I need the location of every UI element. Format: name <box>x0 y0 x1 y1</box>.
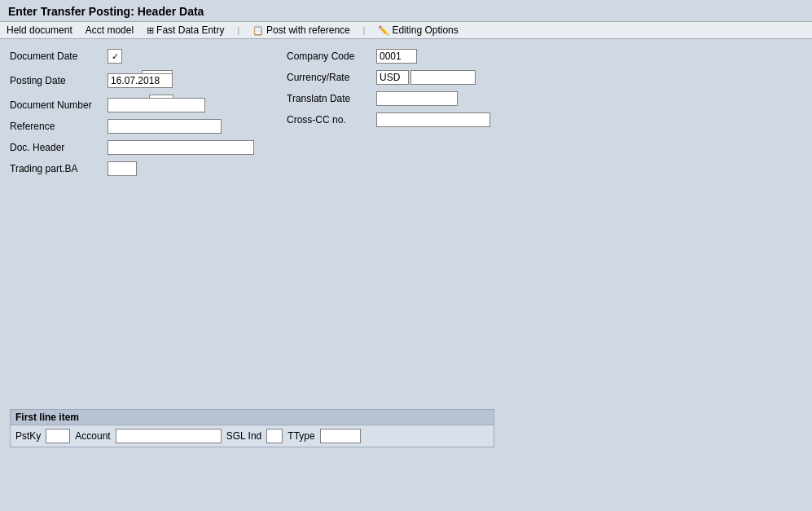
sgl-ind-input[interactable] <box>266 429 283 443</box>
toolbar-editing-options[interactable]: ✏️ Editing Options <box>378 24 458 36</box>
posting-date-label: Posting Date <box>10 75 108 86</box>
trading-part-input[interactable] <box>108 161 137 176</box>
toolbar-held-document[interactable]: Held document <box>7 24 72 36</box>
title-bar: Enter Transfer Posting: Header Data <box>0 0 812 21</box>
cross-cc-input[interactable] <box>376 112 490 127</box>
first-line-body: PstKy Account SGL Ind TType <box>11 425 494 447</box>
translatn-date-input[interactable] <box>376 91 458 106</box>
doc-header-input[interactable] <box>108 140 254 155</box>
toolbar-post-with-reference[interactable]: 📋 Post with reference <box>252 24 350 36</box>
translatn-date-label: Translatn Date <box>287 93 376 104</box>
currency-input[interactable] <box>376 70 409 85</box>
toolbar: Held document Acct model ⊞ Fast Data Ent… <box>0 21 812 39</box>
page-title: Enter Transfer Posting: Header Data <box>8 5 204 18</box>
toolbar-acct-model[interactable]: Acct model <box>86 24 134 36</box>
account-input[interactable] <box>116 429 222 443</box>
document-date-label: Document Date <box>10 51 108 62</box>
ttype-input[interactable] <box>320 429 361 443</box>
doc-header-label: Doc. Header <box>10 142 108 153</box>
main-content: Document Date ✓ Type Posting Date Period… <box>0 39 812 456</box>
company-code-label: Company Code <box>287 51 376 62</box>
toolbar-fast-data-entry[interactable]: ⊞ Fast Data Entry <box>147 24 224 36</box>
first-line-section: First line item PstKy Account SGL Ind TT… <box>10 409 494 447</box>
document-date-checkbox[interactable]: ✓ <box>108 49 122 64</box>
checkbox-check-icon: ✓ <box>112 51 119 62</box>
document-number-label: Document Number <box>10 99 108 111</box>
cross-cc-label: Cross-CC no. <box>287 114 376 126</box>
reference-label: Reference <box>10 121 108 132</box>
toolbar-separator-2: | <box>363 26 366 35</box>
fast-data-icon: ⊞ <box>147 25 154 36</box>
sgl-ind-label: SGL Ind <box>226 430 262 442</box>
currency-rate-label: Currency/Rate <box>287 72 376 83</box>
account-label: Account <box>75 430 110 442</box>
reference-input[interactable] <box>108 119 222 134</box>
post-with-ref-icon: 📋 <box>252 25 264 36</box>
first-line-header: First line item <box>11 410 494 425</box>
pstky-label: PstKy <box>15 430 41 442</box>
rate-input[interactable] <box>410 70 476 85</box>
ttype-label: TType <box>287 430 314 442</box>
editing-icon: ✏️ <box>378 25 389 36</box>
trading-part-label: Trading part.BA <box>10 163 108 174</box>
company-code-input[interactable] <box>376 49 417 64</box>
document-number-input[interactable] <box>108 98 205 112</box>
posting-date-input[interactable] <box>108 73 173 88</box>
pstky-input[interactable] <box>46 429 70 443</box>
toolbar-separator-1: | <box>237 26 239 35</box>
